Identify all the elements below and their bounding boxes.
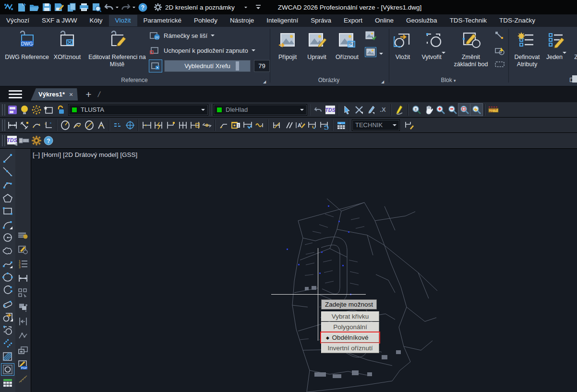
create-block-caret[interactable] (442, 52, 445, 62)
dim-parallel-button[interactable] (282, 119, 294, 131)
dim-linear-button[interactable] (6, 119, 18, 131)
block-edit-attribute-button[interactable] (494, 31, 505, 40)
tool-point-button[interactable] (1, 337, 14, 349)
workspace-selector[interactable]: 2D kreslení a poznámky (154, 3, 248, 12)
dim-continue-button[interactable] (177, 119, 189, 131)
context-menu-item-vybrat-krivku[interactable]: Vybrat křivku (321, 311, 379, 321)
tab-tds-technik[interactable]: TDS-Technik (444, 15, 493, 26)
tab-parametricke[interactable]: Parametrické (137, 15, 188, 26)
insert-block-button[interactable]: Vložit (392, 30, 414, 61)
tool-table-button[interactable] (1, 377, 14, 389)
tool-gradient-button[interactable]: = (1, 390, 14, 392)
new-tab-button[interactable]: + (85, 89, 91, 100)
tool-viewport-button[interactable] (17, 316, 29, 327)
layer-unlock-icon[interactable] (54, 104, 66, 116)
frames-vary-button[interactable]: (x) Rámečky se liší (150, 31, 215, 40)
xref-fade-slider[interactable]: Vyblednutí Xrefu (164, 60, 251, 72)
dim-arc-button[interactable] (30, 119, 42, 131)
tool-make-block-button[interactable] (1, 324, 14, 336)
save-button[interactable] (40, 1, 53, 13)
image-quality-button[interactable] (365, 47, 376, 57)
image-panel-caret[interactable] (379, 53, 383, 57)
copy-button[interactable] (65, 1, 78, 13)
tool-pgp-button[interactable]: PGP (17, 359, 29, 370)
tool-hatch-button[interactable] (1, 351, 14, 362)
set-base-point-button[interactable]: Změnit základní bod (450, 30, 492, 68)
xref-fade-icon[interactable] (149, 59, 162, 72)
tool-select-similar-button[interactable] (17, 287, 29, 298)
drawing-tab-close-icon[interactable]: × (69, 91, 73, 98)
xref-fade-slider-handle[interactable] (236, 61, 239, 71)
dim-diameter-button[interactable] (83, 119, 95, 131)
new-file-button[interactable] (15, 1, 28, 13)
color-select-caret[interactable] (300, 109, 304, 113)
group-expand-reference[interactable]: ◢ (263, 80, 266, 84)
new-layer-icon[interactable] (42, 104, 54, 116)
tab-online[interactable]: Online (369, 15, 400, 26)
match-properties-button[interactable] (394, 104, 406, 116)
dim-boxed-button[interactable] (189, 119, 201, 131)
layer-on-bulb-icon[interactable] (18, 104, 30, 116)
tool-spline-button[interactable] (1, 258, 14, 270)
tool-xline-button[interactable] (1, 166, 14, 178)
tab-export[interactable]: Export (337, 15, 369, 26)
toolbar-grip[interactable] (2, 104, 5, 116)
toolbar-grip-2[interactable] (2, 119, 5, 131)
tool-layers-button[interactable] (17, 229, 29, 241)
create-block-button[interactable]: Vytvořit (419, 30, 448, 61)
redo-button[interactable] (120, 1, 132, 13)
pan-hand-button[interactable] (422, 104, 434, 116)
dimstyle-select-caret[interactable] (393, 124, 397, 128)
dim-aligned-button[interactable] (18, 119, 30, 131)
dim-ordinate-button[interactable]: yx (42, 119, 54, 131)
edit-image-button[interactable]: Upravit (303, 30, 330, 61)
tool-circle-button[interactable] (1, 232, 14, 243)
toolbar-collapse-button[interactable] (252, 1, 264, 13)
single-attribute-caret[interactable] (563, 52, 566, 62)
color-select[interactable]: DleHlad (213, 104, 307, 116)
redo-dropdown[interactable] (132, 7, 135, 10)
dim-block-button[interactable]: 1 (229, 119, 241, 131)
tool-node-button[interactable] (17, 330, 29, 342)
tool-revcloud-button[interactable] (1, 245, 14, 257)
save-as-button[interactable] (53, 1, 65, 13)
undo-button[interactable] (103, 1, 115, 13)
tool-measure-button[interactable] (17, 373, 29, 385)
dimstyle-select[interactable]: TECHNIK (352, 119, 400, 131)
tool-polygon-button[interactable] (1, 192, 14, 204)
print-preview-button[interactable] (90, 1, 103, 13)
open-file-button[interactable] (28, 1, 40, 13)
drawing-tab[interactable]: Výkres1* × (31, 88, 78, 101)
zoom-window-button[interactable] (458, 104, 470, 116)
tab-nastroje[interactable]: Nástroje (224, 15, 260, 26)
block-attribute-display-button[interactable] (494, 60, 506, 68)
dim-wave-button[interactable] (253, 119, 265, 131)
main-menu-button[interactable] (9, 90, 22, 98)
dim-style-edit-button[interactable] (403, 119, 415, 131)
tool-region-button[interactable] (1, 364, 14, 375)
context-menu-item-obdelnikove[interactable]: ◆ Obdélníkové (321, 333, 379, 343)
tab-sprava[interactable]: Správa (304, 15, 337, 26)
underlay-snap-button[interactable]: Uchopení k podložení zapnuto (150, 46, 255, 55)
xref-fade-value[interactable]: 79 (254, 60, 270, 72)
tool-ellipse-arc-button[interactable] (1, 285, 14, 296)
define-attributes-button[interactable]: Definovat Atributy (510, 30, 544, 68)
tool-slot-button[interactable] (1, 298, 14, 309)
dim-oblique-button[interactable] (270, 119, 282, 131)
tab-vychozi[interactable]: Výchozí (0, 15, 36, 26)
tds-help-button[interactable]: ? (42, 135, 54, 147)
select-arrow-button[interactable] (341, 104, 353, 116)
brush-button[interactable] (365, 104, 377, 116)
dim-baseline-button[interactable] (112, 119, 124, 131)
dim-text-edit-button[interactable]: A (294, 119, 306, 131)
xclip-button[interactable]: XOříznout (49, 30, 85, 61)
tab-koty[interactable]: Kóty (84, 15, 109, 26)
edit-reference-button[interactable]: Editovat Referenci na Místě (85, 30, 149, 68)
tool-rectangle-button[interactable] (1, 205, 14, 217)
dim-update-button[interactable] (318, 119, 330, 131)
table-style-button[interactable]: u (335, 119, 347, 131)
qdim-button[interactable] (141, 119, 153, 131)
bolt-nut-button[interactable] (18, 135, 30, 147)
print-button[interactable] (78, 1, 90, 13)
tool-edit-pencil-button[interactable] (17, 244, 29, 255)
